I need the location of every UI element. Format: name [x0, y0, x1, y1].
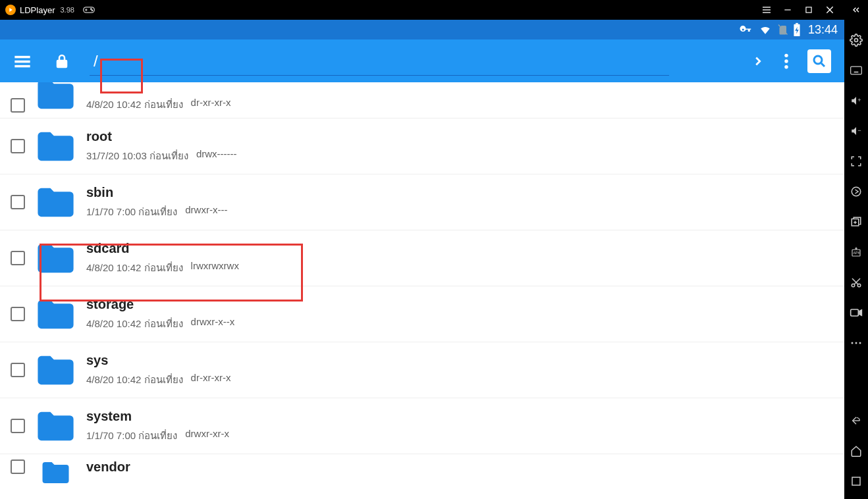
checkbox[interactable] [11, 195, 25, 209]
minimize-button[interactable] [781, 3, 794, 16]
wifi-icon [758, 24, 773, 36]
file-name: system [86, 409, 229, 424]
svg-point-19 [784, 53, 788, 57]
recent-nav-icon[interactable] [849, 474, 863, 488]
maximize-button[interactable] [802, 3, 815, 16]
svg-rect-14 [796, 23, 798, 24]
battery-charging-icon [792, 22, 801, 37]
svg-marker-44 [859, 310, 861, 315]
file-perm: drwxr-x--- [185, 204, 227, 220]
folder-icon [34, 82, 77, 113]
file-perm: drwxr-xr-x [185, 428, 229, 444]
svg-rect-49 [852, 477, 860, 485]
collapse-sidebar-icon[interactable] [850, 3, 863, 16]
emulator-sidebar: + − APK [844, 20, 868, 499]
file-date: 4/8/20 10:42 ก่อนเที่ยง [86, 316, 183, 332]
file-list[interactable]: 4/8/20 10:42 ก่อนเที่ยง dr-xr-xr-x root … [0, 82, 844, 499]
list-item-sdcard[interactable]: sdcard 4/8/20 10:42 ก่อนเที่ยงlrwxrwxrwx [0, 230, 844, 286]
svg-point-46 [855, 342, 857, 344]
app-name: LDPlayer [20, 5, 55, 15]
lock-icon[interactable] [54, 52, 70, 70]
file-perm: dr-xr-xr-x [191, 97, 231, 113]
svg-point-20 [784, 59, 788, 63]
list-item[interactable]: storage 4/8/20 10:42 ก่อนเที่ยงdrwxr-x--… [0, 286, 844, 342]
svg-rect-17 [14, 65, 30, 67]
checkbox[interactable] [11, 251, 25, 265]
clock-time: 13:44 [808, 23, 838, 37]
file-date: 31/7/20 10:03 ก่อนเที่ยง [86, 148, 188, 164]
folder-icon [34, 296, 77, 332]
file-date: 4/8/20 10:42 ก่อนเที่ยง [86, 372, 183, 388]
apk-install-icon[interactable]: APK [849, 245, 863, 259]
svg-rect-43 [851, 309, 859, 316]
checkbox[interactable] [11, 460, 25, 474]
sync-icon[interactable] [849, 184, 863, 199]
search-button[interactable] [807, 49, 831, 73]
file-date: 1/1/70 7:00 ก่อนเที่ยง [86, 428, 177, 444]
svg-rect-16 [14, 60, 30, 63]
file-date: 1/1/70 7:00 ก่อนเที่ยง [86, 204, 177, 220]
file-date: 4/8/20 10:42 ก่อนเที่ยง [86, 97, 183, 113]
svg-point-33 [852, 187, 861, 196]
list-item[interactable]: sys 4/8/20 10:42 ก่อนเที่ยงdr-xr-xr-x [0, 342, 844, 398]
ldplayer-logo-icon [5, 5, 16, 15]
file-name: sbin [86, 185, 227, 200]
keyboard-icon[interactable] [849, 63, 863, 78]
volume-up-icon[interactable]: + [849, 93, 863, 108]
folder-icon [34, 184, 77, 221]
svg-text:APK: APK [854, 251, 861, 255]
svg-rect-15 [14, 55, 30, 58]
path-input[interactable]: / [90, 49, 102, 73]
list-item[interactable]: 4/8/20 10:42 ก่อนเที่ยง dr-xr-xr-x [0, 82, 844, 118]
more-horizontal-icon[interactable] [849, 336, 863, 350]
window-titlebar: LDPlayer 3.98 [0, 0, 868, 20]
more-vert-icon[interactable] [784, 53, 789, 70]
file-perm: drwx------ [196, 148, 237, 164]
list-item[interactable]: system 1/1/70 7:00 ก่อนเที่ยงdrwxr-xr-x [0, 398, 844, 454]
file-name: storage [86, 297, 234, 312]
svg-point-21 [784, 65, 788, 68]
checkbox[interactable] [11, 139, 25, 153]
back-nav-icon[interactable] [849, 413, 863, 428]
scissors-icon[interactable] [849, 275, 863, 290]
svg-rect-18 [57, 61, 67, 67]
settings-gear-icon[interactable] [849, 33, 863, 47]
close-button[interactable] [823, 3, 836, 16]
hamburger-menu-icon[interactable] [13, 52, 32, 70]
file-name: sdcard [86, 241, 239, 256]
file-name: root [86, 129, 237, 144]
checkbox[interactable] [11, 363, 25, 377]
svg-point-22 [814, 56, 822, 64]
home-nav-icon[interactable] [849, 444, 863, 458]
fullscreen-icon[interactable] [849, 154, 863, 169]
folder-icon [34, 460, 77, 486]
list-item[interactable]: vendor [0, 454, 844, 486]
chevron-right-icon[interactable] [751, 54, 765, 68]
checkbox[interactable] [11, 307, 25, 321]
file-date: 4/8/20 10:42 ก่อนเที่ยง [86, 260, 183, 276]
volume-down-icon[interactable]: − [849, 124, 863, 138]
svg-point-45 [852, 342, 854, 344]
menu-lines-icon[interactable] [760, 3, 773, 16]
svg-line-23 [821, 63, 825, 66]
folder-icon [34, 240, 77, 276]
folder-icon [34, 128, 77, 165]
checkbox[interactable] [11, 419, 25, 433]
file-name: sys [86, 353, 231, 368]
no-sim-icon [776, 23, 788, 36]
file-perm: drwxr-x--x [191, 316, 235, 332]
checkbox[interactable] [11, 98, 25, 113]
svg-point-4 [92, 10, 93, 11]
svg-text:+: + [857, 97, 861, 103]
svg-point-24 [855, 39, 858, 42]
file-manager-appbar: / [0, 39, 844, 82]
list-item[interactable]: root 31/7/20 10:03 ก่อนเที่ยงdrwx------ [0, 118, 844, 174]
multi-instance-icon[interactable] [849, 215, 863, 229]
svg-point-3 [90, 9, 92, 10]
file-perm: dr-xr-xr-x [191, 372, 231, 388]
android-statusbar: 13:44 [0, 20, 844, 39]
list-item[interactable]: sbin 1/1/70 7:00 ก่อนเที่ยงdrwxr-x--- [0, 174, 844, 230]
svg-point-47 [859, 342, 861, 344]
file-name: vendor [86, 460, 130, 475]
record-icon[interactable] [849, 305, 863, 320]
